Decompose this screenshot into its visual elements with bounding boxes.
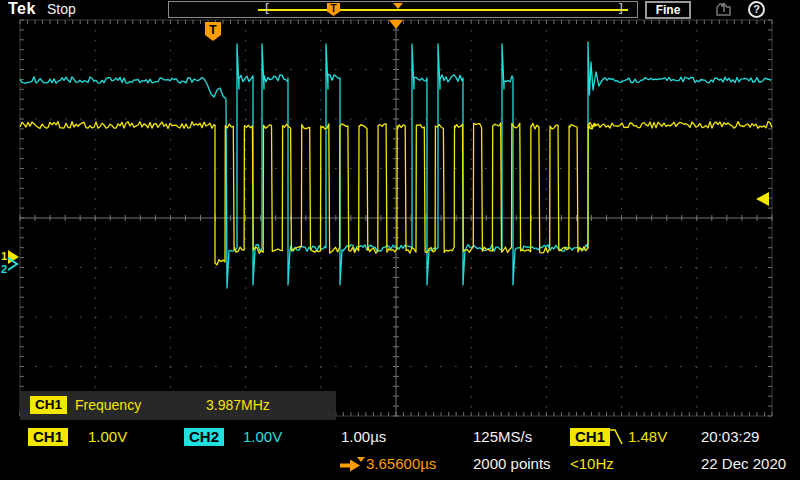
ch1-scale-readout: 1.00V <box>88 428 127 445</box>
record-view-bar[interactable]: [ ] T <box>168 1 638 18</box>
ch2-badge: CH2 <box>184 428 224 446</box>
svg-text:1: 1 <box>1 250 7 262</box>
record-position-icon <box>393 3 403 9</box>
timebase-readout: 1.00µs <box>341 428 386 445</box>
trigger-level-readout: 1.48V <box>628 428 667 445</box>
oscilloscope-screen: T12 Tek Stop [ ] T Fine ? CH1 Frequency … <box>0 0 800 480</box>
trigger-level-arrow[interactable] <box>756 192 769 206</box>
horizontal-position-readout: 3.65600µs <box>366 455 436 472</box>
trigger-record-marker[interactable]: T <box>327 3 340 16</box>
trigger-position-marker[interactable] <box>389 20 403 29</box>
ch1-ground-marker[interactable]: 1 <box>1 250 19 264</box>
measurement-source-badge: CH1 <box>30 396 67 414</box>
save-icon[interactable] <box>715 2 733 17</box>
acquisition-status: Stop <box>47 1 76 17</box>
svg-text:2: 2 <box>1 263 7 275</box>
trigger-frequency-readout: <10Hz <box>570 455 614 472</box>
top-status-bar: Tek Stop [ ] T Fine ? <box>0 0 800 18</box>
clock-time: 20:03:29 <box>701 428 759 445</box>
fine-button[interactable]: Fine <box>645 1 691 19</box>
clock-date: 22 Dec 2020 <box>701 455 786 472</box>
svg-text:T: T <box>209 23 217 37</box>
measurement-readout: CH1 Frequency 3.987MHz <box>20 391 336 421</box>
tek-logo: Tek <box>8 0 36 18</box>
measurement-type-label: Frequency <box>75 397 141 413</box>
bottom-readout-bar: CH1 1.00V CH2 1.00V 1.00µs 125MS/s CH1 1… <box>0 420 800 480</box>
sample-rate-readout: 125MS/s <box>473 428 532 445</box>
ch1-badge: CH1 <box>28 428 68 446</box>
record-length-readout: 2000 points <box>473 455 551 472</box>
ch2-scale-readout: 1.00V <box>243 428 282 445</box>
help-icon[interactable]: ? <box>748 1 765 18</box>
trigger-t-badge[interactable]: T <box>205 22 221 41</box>
horizontal-position-icon <box>339 456 365 473</box>
measurement-value: 3.987MHz <box>206 397 270 413</box>
trigger-slope-falling-icon <box>608 427 626 446</box>
record-line <box>258 9 628 11</box>
window-bracket-right: ] <box>617 1 625 16</box>
window-bracket-left: [ <box>263 1 271 16</box>
trigger-source-badge: CH1 <box>570 428 610 446</box>
